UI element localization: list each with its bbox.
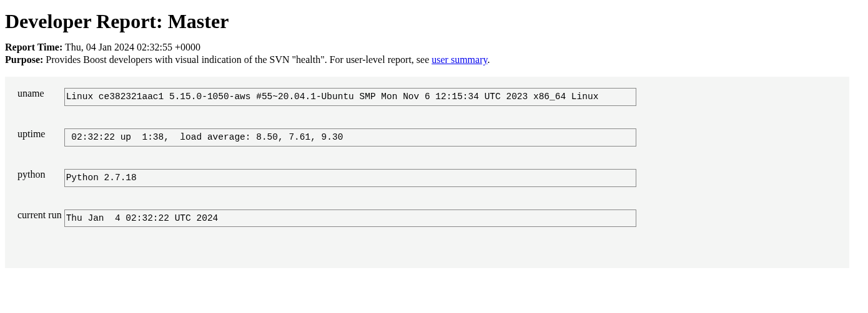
row-uname-value: Linux ce382321aac1 5.15.0-1050-aws #55~2… [64, 88, 636, 106]
page-title: Developer Report: Master [5, 10, 863, 33]
purpose-text-pre: Provides Boost developers with visual in… [46, 54, 432, 65]
purpose-line: Purpose: Provides Boost developers with … [5, 54, 863, 65]
report-time-label: Report Time: [5, 42, 62, 52]
report-time-value: Thu, 04 Jan 2024 02:32:55 +0000 [65, 42, 200, 52]
row-uptime-value: 02:32:22 up 1:38, load average: 8.50, 7.… [64, 128, 636, 147]
info-panel: uname Linux ce382321aac1 5.15.0-1050-aws… [5, 77, 849, 268]
row-python-value: Python 2.7.18 [64, 169, 636, 187]
table-row: python Python 2.7.18 [17, 169, 639, 209]
info-table: uname Linux ce382321aac1 5.15.0-1050-aws… [17, 88, 639, 249]
report-time-line: Report Time: Thu, 04 Jan 2024 02:32:55 +… [5, 42, 863, 53]
purpose-text-post: . [487, 54, 490, 65]
row-current-run-label: current run [17, 209, 64, 250]
purpose-label: Purpose: [5, 54, 43, 65]
row-uptime-label: uptime [17, 128, 64, 169]
row-uname-label: uname [17, 88, 64, 128]
row-current-run-value: Thu Jan 4 02:32:22 UTC 2024 [64, 209, 636, 228]
table-row: uptime 02:32:22 up 1:38, load average: 8… [17, 128, 639, 169]
table-row: current run Thu Jan 4 02:32:22 UTC 2024 [17, 209, 639, 250]
user-summary-link[interactable]: user summary [432, 54, 487, 65]
table-row: uname Linux ce382321aac1 5.15.0-1050-aws… [17, 88, 639, 128]
row-python-label: python [17, 169, 64, 209]
